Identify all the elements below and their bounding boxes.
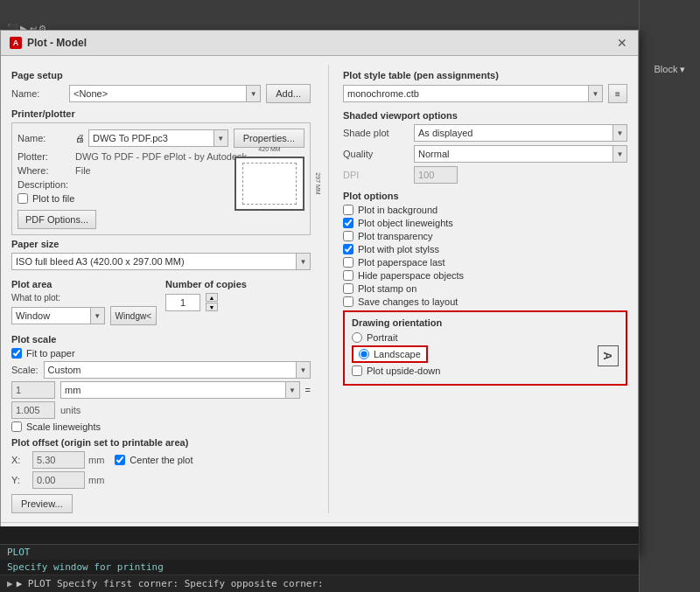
what-to-plot-dropdown[interactable]: Window ▼ xyxy=(11,307,105,324)
plot-area-label: Plot area xyxy=(11,279,157,289)
scale-dropdown[interactable]: Custom ▼ xyxy=(44,361,311,379)
y-offset-input[interactable]: 0.00 xyxy=(32,471,85,489)
copies-label: Number of copies xyxy=(165,279,311,289)
quality-dropdown[interactable]: Normal ▼ xyxy=(414,145,627,163)
x-label: X: xyxy=(11,455,29,465)
x-offset-row: X: 5.30 mm Center the plot xyxy=(11,451,311,469)
page-setup-name-arrow[interactable]: ▼ xyxy=(246,86,260,101)
orientation-options: Portrait Landscape Plot upside-down xyxy=(352,332,440,379)
plot-cmd-label: PLOT xyxy=(0,544,639,560)
what-to-plot-value: Window xyxy=(12,310,90,321)
cmd-line-specify: Specify window for printing xyxy=(0,560,639,575)
plotter-label: Plotter: xyxy=(18,151,70,162)
scale-label: Scale: xyxy=(11,365,38,375)
landscape-label: Landscape xyxy=(374,349,421,359)
copies-down[interactable]: ▼ xyxy=(206,303,218,311)
quality-row: Quality Normal ▼ xyxy=(343,145,627,163)
page-setup-name-dropdown[interactable]: <None> ▼ xyxy=(69,85,261,102)
specify-text: Specify window for printing xyxy=(7,561,164,573)
plot-style-table-row: monochrome.ctb ▼ ≡ xyxy=(343,84,627,103)
plot-style-value: monochrome.ctb xyxy=(344,88,588,99)
scale-value1-input[interactable]: 1 xyxy=(11,381,55,399)
portrait-label: Portrait xyxy=(367,332,397,343)
preview-size-top: 420 MM xyxy=(258,146,280,152)
plot-background-label: Plot in background xyxy=(358,205,438,215)
plot-transparency-row: Plot transparency xyxy=(343,231,627,241)
scale-lineweights-row: Scale lineweights xyxy=(11,421,311,432)
plot-styles-row: Plot with plot stylss xyxy=(343,244,627,254)
scale-lineweights-label: Scale lineweights xyxy=(26,421,101,432)
landscape-radio[interactable] xyxy=(359,349,369,359)
x-unit: mm xyxy=(88,455,104,465)
printer-name-dropdown[interactable]: DWG To PDF.pc3 ▼ xyxy=(88,129,228,147)
plot-upside-down-checkbox[interactable] xyxy=(352,366,362,376)
plot-style-arrow[interactable]: ▼ xyxy=(588,86,602,101)
plot-styles-checkbox[interactable] xyxy=(343,244,354,254)
dpi-input[interactable]: 100 xyxy=(414,166,458,184)
copies-input[interactable] xyxy=(165,294,200,311)
plot-paperspace-last-checkbox[interactable] xyxy=(343,257,354,268)
plot-to-file-checkbox[interactable] xyxy=(18,193,28,204)
scale-lineweights-checkbox[interactable] xyxy=(11,421,22,432)
scale-arrow[interactable]: ▼ xyxy=(296,362,310,378)
left-column: Page setup Name: <None> ▼ Add... Printer… xyxy=(11,65,311,513)
hide-paperspace-label: Hide paperspace objects xyxy=(358,270,464,281)
portrait-radio[interactable] xyxy=(352,332,362,343)
plot-transparency-checkbox[interactable] xyxy=(343,231,354,241)
scale-value2-input[interactable]: 1.005 xyxy=(11,401,55,419)
unit1-arrow[interactable]: ▼ xyxy=(285,382,299,398)
preview-size-right: 297 MM xyxy=(315,172,321,194)
plot-lineweights-checkbox[interactable] xyxy=(343,218,354,228)
cmd-line-prompt[interactable]: ▶ ▶ PLOT Specify first corner: Specify o… xyxy=(0,575,639,592)
printer-name-value: DWG To PDF.pc3 xyxy=(89,133,214,143)
landscape-box: Landscape xyxy=(352,345,428,363)
landscape-row: Landscape xyxy=(352,345,440,363)
desc-label: Description: xyxy=(18,179,70,190)
plot-transparency-label: Plot transparency xyxy=(358,231,433,241)
plot-dialog: A Plot - Model ✕ Page setup Name: <None>… xyxy=(0,30,639,554)
autocad-icon: A xyxy=(10,37,22,49)
plot-stamp-row: Plot stamp on xyxy=(343,283,627,294)
unit1-dropdown[interactable]: mm ▼ xyxy=(60,381,300,399)
fit-to-paper-checkbox[interactable] xyxy=(11,348,22,359)
plot-upside-down-label: Plot upside-down xyxy=(367,366,440,376)
what-to-plot-arrow[interactable]: ▼ xyxy=(90,308,104,324)
paper-size-dropdown[interactable]: ISO full bleed A3 (420.00 x 297.00 MM) ▼ xyxy=(11,253,311,270)
dpi-row: DPI 100 xyxy=(343,166,627,184)
plot-stamp-label: Plot stamp on xyxy=(358,283,416,294)
paper-size-value: ISO full bleed A3 (420.00 x 297.00 MM) xyxy=(12,256,296,267)
right-panel: Block ▾ xyxy=(639,0,700,592)
copies-up[interactable]: ▲ xyxy=(206,293,218,302)
shade-plot-row: Shade plot As displayed ▼ xyxy=(343,124,627,142)
scale-value: Custom xyxy=(45,365,296,375)
plot-style-edit-button[interactable]: ≡ xyxy=(608,84,627,103)
copies-input-row: ▲ ▼ xyxy=(165,293,311,311)
orientation-content: Portrait Landscape Plot upside-down xyxy=(352,332,619,379)
plot-background-checkbox[interactable] xyxy=(343,205,354,215)
pdf-options-button[interactable]: PDF Options... xyxy=(18,210,96,229)
block-label[interactable]: Block ▾ xyxy=(640,57,700,82)
paper-size-select-row: ISO full bleed A3 (420.00 x 297.00 MM) ▼ xyxy=(11,253,311,270)
center-plot-checkbox[interactable] xyxy=(115,455,125,465)
close-button[interactable]: ✕ xyxy=(615,36,629,50)
add-button[interactable]: Add... xyxy=(266,84,311,103)
unit2-value: units xyxy=(60,405,80,415)
window-button[interactable]: Windgw< xyxy=(110,306,157,325)
shade-plot-value: As displayed xyxy=(415,128,612,138)
hide-paperspace-checkbox[interactable] xyxy=(343,270,354,281)
plot-stamp-checkbox[interactable] xyxy=(343,283,354,294)
dpi-label: DPI xyxy=(343,170,409,180)
drawing-orientation-section: Drawing orientation Portrait Landscape xyxy=(343,310,627,386)
plot-area-scale-grid: Plot area What to plot: Window ▼ Windgw< xyxy=(11,274,311,329)
shade-plot-arrow[interactable]: ▼ xyxy=(612,125,626,141)
preview-btn-row: Preview... xyxy=(11,494,311,513)
plot-style-dropdown[interactable]: monochrome.ctb ▼ xyxy=(343,85,603,102)
printer-arrow[interactable]: ▼ xyxy=(214,130,228,146)
preview-button[interactable]: Preview... xyxy=(11,494,73,513)
save-changes-checkbox[interactable] xyxy=(343,296,354,307)
plot-area-controls: Window ▼ Windgw< xyxy=(11,306,157,325)
x-offset-input[interactable]: 5.30 xyxy=(32,451,85,469)
quality-arrow[interactable]: ▼ xyxy=(612,146,626,162)
paper-size-arrow[interactable]: ▼ xyxy=(296,254,310,269)
shade-plot-dropdown[interactable]: As displayed ▼ xyxy=(414,124,627,142)
